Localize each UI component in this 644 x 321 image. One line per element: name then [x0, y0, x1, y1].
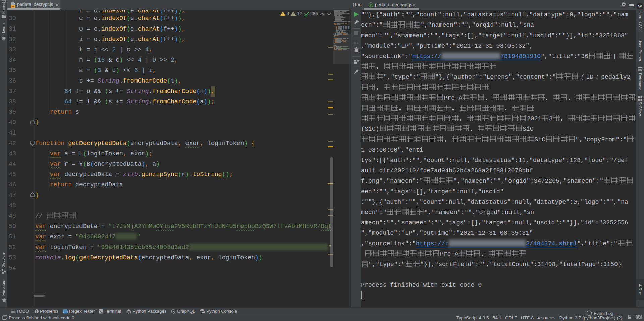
svg-text:JS: JS: [11, 5, 14, 8]
svg-text:(.*): (.*): [63, 311, 68, 313]
svg-text:JS: JS: [370, 4, 373, 6]
